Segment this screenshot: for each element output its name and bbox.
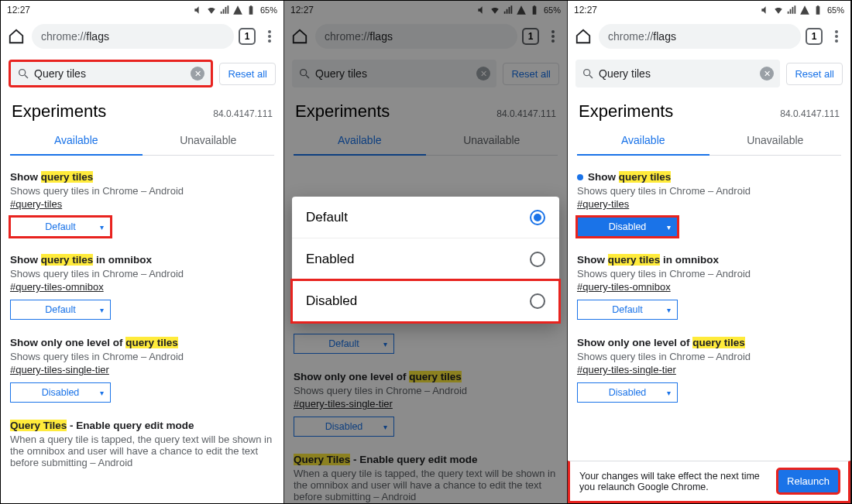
signal-icon [786, 5, 797, 15]
flag-description: Shows query tiles in Chrome – Android [10, 185, 274, 197]
page-title: Experiments [12, 101, 106, 122]
clear-search-icon[interactable]: ✕ [191, 67, 204, 81]
relaunch-bar: Your changes will take effect the next t… [568, 461, 850, 503]
flag-anchor[interactable]: #query-tiles-omnibox [10, 281, 104, 293]
search-icon [17, 67, 29, 80]
flag-anchor[interactable]: #query-tiles [10, 198, 62, 210]
flag-query-tiles-single-tier: Show only one level of query tiles Shows… [577, 337, 841, 403]
tab-available[interactable]: Available [577, 126, 709, 156]
url-bar: chrome://flags 1 [1, 19, 283, 53]
dropdown-popup: Default Enabled Disabled [292, 197, 559, 322]
radio-icon [530, 210, 545, 225]
overflow-menu[interactable] [827, 35, 846, 38]
url-bar: chrome://flags 1 [568, 19, 850, 53]
popup-option-disabled[interactable]: Disabled [292, 280, 559, 322]
flag-dropdown[interactable]: Disabled [577, 382, 678, 403]
modified-dot-icon [577, 174, 583, 180]
flag-title: Show only one level of query tiles [10, 337, 274, 348]
signal-icon [219, 5, 230, 15]
battery-percent: 65% [260, 5, 277, 15]
flag-title: Show query tiles [577, 171, 841, 183]
battery-icon [246, 5, 256, 15]
tab-switcher[interactable]: 1 [239, 28, 256, 45]
flag-query-tiles-omnibox: Show query tiles in omnibox Shows query … [10, 254, 274, 320]
search-icon [582, 67, 594, 80]
flag-query-tiles-single-tier: Show only one level of query tiles Shows… [10, 337, 274, 403]
flag-description: Shows query tiles in Chrome – Android [10, 351, 274, 362]
svg-line-5 [589, 75, 593, 78]
wifi-icon [206, 5, 217, 15]
tab-unavailable[interactable]: Unavailable [709, 126, 842, 156]
battery-percent: 65% [827, 5, 844, 15]
svg-line-1 [25, 75, 28, 78]
status-icons: 65% [193, 5, 277, 15]
popup-option-enabled[interactable]: Enabled [292, 238, 559, 280]
clock: 12:27 [7, 5, 30, 15]
flag-query-tiles-omnibox: Show query tiles in omnibox Shows query … [577, 254, 841, 320]
phone-left: 12:27 65% chrome://flags 1 ✕ Reset all E… [1, 1, 284, 503]
flag-title: Show query tiles in omnibox [10, 254, 274, 266]
flag-query-tiles-edit-mode: Query Tiles - Enable query edit mode Whe… [10, 420, 274, 468]
clear-search-icon[interactable]: ✕ [760, 67, 774, 81]
mute-icon [760, 5, 771, 15]
home-button[interactable] [572, 28, 594, 45]
flag-dropdown[interactable]: Default [10, 300, 111, 320]
reset-all-button[interactable]: Reset all [786, 63, 843, 85]
flag-title: Query Tiles - Enable query edit mode [10, 420, 274, 431]
battery-icon [812, 5, 823, 15]
phone-right: 12:27 65% chrome://flags 1 ✕ Reset all E… [568, 1, 851, 503]
search-row: ✕ Reset all [1, 53, 283, 94]
wifi-icon [773, 5, 784, 15]
overflow-menu[interactable] [260, 35, 279, 38]
signal2-icon [232, 5, 243, 15]
relaunch-message: Your changes will take effect the next t… [579, 471, 770, 492]
signal2-icon [799, 5, 810, 15]
flag-dropdown[interactable]: Disabled [577, 217, 678, 237]
flag-dropdown[interactable]: Default [577, 300, 678, 320]
omnibox[interactable]: chrome://flags [32, 24, 234, 49]
status-bar: 12:27 65% [568, 1, 850, 19]
tab-unavailable[interactable]: Unavailable [143, 126, 275, 156]
flag-dropdown[interactable]: Default [10, 217, 111, 237]
flag-description: When a query tile is tapped, the query t… [10, 434, 274, 468]
home-button[interactable] [5, 28, 27, 45]
status-bar: 12:27 65% [1, 1, 283, 19]
search-input-box[interactable]: ✕ [575, 60, 780, 87]
reset-all-button[interactable]: Reset all [219, 63, 276, 85]
search-input[interactable] [599, 67, 755, 80]
radio-icon [530, 293, 545, 309]
chrome-version: 84.0.4147.111 [780, 108, 840, 119]
omnibox[interactable]: chrome://flags [599, 24, 801, 49]
chrome-version: 84.0.4147.111 [213, 108, 273, 119]
page-title: Experiments [579, 101, 673, 122]
radio-icon [530, 252, 545, 267]
mute-icon [193, 5, 204, 15]
tab-switcher[interactable]: 1 [806, 28, 823, 45]
search-input[interactable] [34, 67, 186, 80]
flag-anchor[interactable]: #query-tiles-single-tier [10, 364, 109, 375]
status-icons: 65% [760, 5, 844, 15]
tab-available[interactable]: Available [10, 126, 143, 156]
clock: 12:27 [574, 5, 597, 15]
flag-title: Show query tiles [10, 171, 274, 183]
relaunch-button[interactable]: Relaunch [778, 469, 839, 493]
svg-point-0 [19, 70, 26, 76]
flag-query-tiles: Show query tiles Shows query tiles in Ch… [10, 171, 274, 237]
flag-dropdown[interactable]: Disabled [10, 382, 111, 403]
phone-middle: 12:27 65% chrome://flags 1 ✕ Reset all E… [284, 1, 568, 503]
popup-option-default[interactable]: Default [292, 197, 559, 238]
flag-query-tiles: Show query tiles Shows query tiles in Ch… [577, 171, 841, 237]
search-input-box[interactable]: ✕ [9, 60, 213, 87]
flag-description: Shows query tiles in Chrome – Android [10, 268, 274, 279]
svg-point-4 [584, 70, 590, 76]
tabs: Available Unavailable [10, 126, 274, 156]
